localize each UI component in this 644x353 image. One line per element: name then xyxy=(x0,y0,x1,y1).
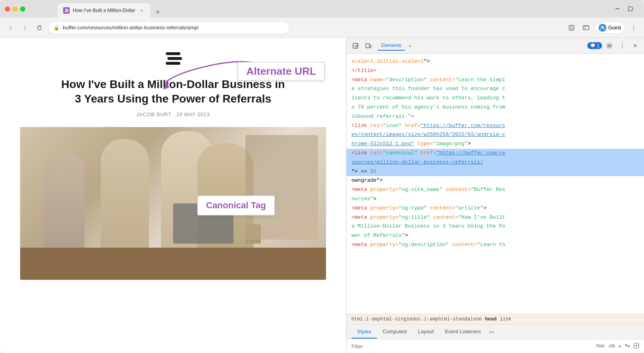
new-rule-icon[interactable] xyxy=(634,343,639,350)
svg-rect-6 xyxy=(570,26,573,29)
canonical-link-line-3: "> == $0 xyxy=(347,167,644,176)
window-maximize-icon[interactable] xyxy=(625,3,636,14)
author-name: JACOB BURT xyxy=(136,111,171,117)
devtools-more-button[interactable]: ⋮ xyxy=(617,40,628,51)
devtools-toolbar: Elements » 💬 1 ⋮ × xyxy=(347,38,644,54)
styles-filter-bar: :hov .cls + xyxy=(347,339,644,353)
canonical-tag-callout: Canonical Tag xyxy=(197,195,275,215)
styles-settings-icon[interactable] xyxy=(625,343,630,350)
breadcrumb-path: html.i-amphtml-singledoc.i-amphtml-stand… xyxy=(351,316,482,322)
code-line: owngrade"> xyxy=(347,176,644,185)
devtools-breadcrumb: html.i-amphtml-singledoc.i-amphtml-stand… xyxy=(347,314,644,324)
code-line: <meta name="description" content="Learn … xyxy=(347,76,644,85)
tab-title: How I've Built a Million-Dollar xyxy=(73,8,135,13)
svg-rect-2 xyxy=(65,11,68,12)
code-line: inbound referrals."> xyxy=(347,112,644,121)
devtools-bottom-tabs: Styles Computed Layout Event Listeners >… xyxy=(347,324,644,339)
title-bar: How I've Built a Million-Dollar × + xyxy=(0,0,644,18)
article-hero-image: Canonical Tag xyxy=(20,127,326,280)
svg-rect-17 xyxy=(370,45,371,48)
inspect-element-button[interactable] xyxy=(350,40,361,51)
code-line: <link rel="icon" href="https://buffer.co… xyxy=(347,121,644,131)
code-line: scale=1,initial-scale=1"> xyxy=(347,57,644,66)
more-bottom-tabs-button[interactable]: >> xyxy=(487,326,497,338)
nav-bar: 🔒 buffer.com/resources/million-dollar-bu… xyxy=(0,18,644,38)
svg-rect-0 xyxy=(65,9,68,10)
cls-toggle[interactable]: .cls xyxy=(608,343,615,350)
html-code-area: scale=1,initial-scale=1"> </title> <meta… xyxy=(347,54,644,314)
content-area: Alternate URL How I've Built a Million-D… xyxy=(0,38,644,353)
code-line: hrome-512x512-1.png" type="image/png"> xyxy=(347,140,644,149)
more-tabs-button[interactable]: » xyxy=(406,42,413,50)
event-listeners-tab[interactable]: Event Listeners xyxy=(439,325,487,339)
profile-label: Guest xyxy=(608,25,621,31)
add-class-button[interactable]: + xyxy=(618,343,621,350)
date-separator: · xyxy=(173,111,176,117)
svg-rect-13 xyxy=(167,57,182,60)
svg-rect-12 xyxy=(166,52,180,55)
canonical-link-line-2: sources/million-dollar-business-referral… xyxy=(347,158,644,167)
layout-tab[interactable]: Layout xyxy=(412,325,439,339)
svg-rect-19 xyxy=(625,345,630,346)
browser-tab[interactable]: How I've Built a Million-Dollar × xyxy=(58,3,151,18)
code-line: ources"> xyxy=(347,195,644,204)
console-messages-badge[interactable]: 💬 1 xyxy=(587,42,602,49)
svg-rect-9 xyxy=(584,27,586,29)
close-traffic-light[interactable] xyxy=(5,6,10,12)
article-author-date: JACOB BURT · 29 MAY 2023 xyxy=(136,111,210,117)
hov-toggle[interactable]: :hov xyxy=(595,343,605,350)
code-line: <meta property="og:description" content=… xyxy=(347,240,644,250)
svg-rect-4 xyxy=(628,7,632,11)
article-title: How I've Built a Million-Dollar Business… xyxy=(60,77,286,107)
tab-bar: How I've Built a Million-Dollar × + xyxy=(53,0,168,18)
browser-window: How I've Built a Million-Dollar × + 🔒 b xyxy=(0,0,644,353)
badge-count: 1 xyxy=(597,43,599,48)
devtools-close-button[interactable]: × xyxy=(630,40,641,51)
canonical-link-line[interactable]: <link rel="canonical" href="https://buff… xyxy=(347,149,644,158)
console-icon: 💬 xyxy=(590,43,596,48)
code-line: a Million-Dollar Business in 3 Years Usi… xyxy=(347,222,644,231)
device-toggle-button[interactable] xyxy=(363,40,374,51)
svg-point-18 xyxy=(609,45,611,47)
minimize-traffic-light[interactable] xyxy=(12,6,18,12)
website-preview: How I've Built a Million-Dollar Business… xyxy=(0,38,346,353)
code-line: <meta property="og:type" content="articl… xyxy=(347,204,644,213)
svg-rect-3 xyxy=(615,8,619,9)
site-logo xyxy=(164,50,182,69)
profile-button[interactable]: Guest xyxy=(595,22,625,34)
svg-rect-20 xyxy=(625,344,627,345)
svg-rect-15 xyxy=(353,43,358,48)
new-tab-button[interactable]: + xyxy=(152,6,163,18)
devtools-tab-list: Elements » xyxy=(376,41,586,51)
svg-rect-21 xyxy=(628,347,630,347)
address-bar[interactable]: 🔒 buffer.com/resources/million-dollar-bu… xyxy=(48,21,290,34)
maximize-traffic-light[interactable] xyxy=(20,6,25,12)
breadcrumb-link[interactable]: link xyxy=(500,316,512,322)
more-options-icon[interactable]: ⋮ xyxy=(628,22,639,33)
svg-rect-14 xyxy=(166,62,180,65)
tab-close-button[interactable]: × xyxy=(138,7,145,14)
filter-tools: :hov .cls + xyxy=(595,343,639,350)
code-line: wer of Referrals"> xyxy=(347,231,644,240)
screenshot-icon[interactable] xyxy=(580,22,592,33)
code-line: <meta property="og:title" content="How I… xyxy=(347,213,644,222)
back-button[interactable] xyxy=(5,22,16,33)
alternate-url-callout: Alternate URL xyxy=(237,62,325,81)
devtools-right-icons: 💬 1 ⋮ × xyxy=(587,40,641,51)
forward-button[interactable] xyxy=(19,22,31,33)
computed-tab[interactable]: Computed xyxy=(377,325,412,339)
filter-input[interactable] xyxy=(351,343,592,349)
code-line: e strategies this founder has used to en… xyxy=(347,84,644,94)
devtools-settings-button[interactable] xyxy=(604,40,615,51)
canonical-tag-text: Canonical Tag xyxy=(206,200,266,210)
styles-tab[interactable]: Styles xyxy=(351,325,377,339)
bookmark-icon[interactable] xyxy=(566,22,577,33)
elements-tab[interactable]: Elements xyxy=(377,41,405,51)
code-line: o 70 percent of his agency's business co… xyxy=(347,103,644,112)
alternate-url-text: Alternate URL xyxy=(246,65,316,77)
svg-rect-16 xyxy=(366,44,369,48)
tab-favicon xyxy=(63,7,70,14)
breadcrumb-head[interactable]: head xyxy=(485,316,497,322)
window-minimize-icon[interactable] xyxy=(612,3,623,14)
reload-button[interactable] xyxy=(34,22,45,33)
